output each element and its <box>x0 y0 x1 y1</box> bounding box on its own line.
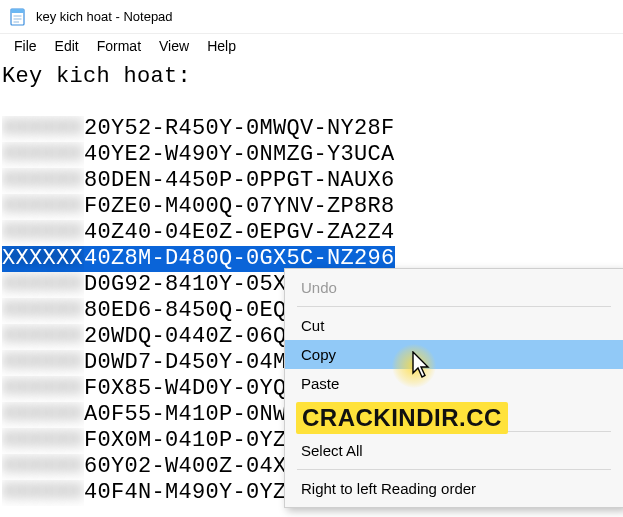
redacted-prefix: XXXXXX <box>2 428 84 454</box>
ctx-paste[interactable]: Paste <box>285 369 623 398</box>
menu-help[interactable]: Help <box>199 36 244 56</box>
menu-file[interactable]: File <box>6 36 45 56</box>
editor-line: XXXXXXF0ZE0-M400Q-07YNV-ZP8R8 <box>2 194 621 220</box>
redacted-prefix: XXXXXX <box>2 454 84 480</box>
watermark: CRACKINDIR.CC <box>296 402 508 434</box>
ctx-copy[interactable]: Copy <box>285 340 623 369</box>
key-text: F0X0M-0410P-0YZ <box>84 428 287 454</box>
editor-line: XXXXXX40Z40-04E0Z-0EPGV-ZA2Z4 <box>2 220 621 246</box>
editor-line: XXXXXX80DEN-4450P-0PPGT-NAUX6 <box>2 168 621 194</box>
key-text: 40YE2-W490Y-0NMZG-Y3UCA <box>84 142 395 168</box>
redacted-prefix: XXXXXX <box>2 402 84 428</box>
blank-line <box>2 90 621 116</box>
redacted-prefix: XXXXXX <box>2 142 84 168</box>
editor-line: XXXXXX20Y52-R450Y-0MWQV-NY28F <box>2 116 621 142</box>
ctx-rtl[interactable]: Right to left Reading order <box>285 474 623 503</box>
redacted-prefix: XXXXXX <box>2 220 84 246</box>
titlebar: key kich hoat - Notepad <box>0 0 623 34</box>
window-title: key kich hoat - Notepad <box>36 9 173 24</box>
ctx-separator <box>297 469 611 470</box>
key-text: A0F55-M410P-0NW <box>84 402 287 428</box>
notepad-icon <box>8 7 28 27</box>
key-text: D0WD7-D450Y-04M <box>84 350 287 376</box>
redacted-prefix: XXXXXX <box>2 194 84 220</box>
ctx-select-all[interactable]: Select All <box>285 436 623 465</box>
redacted-prefix: XXXXXX <box>2 116 84 142</box>
redacted-prefix: XXXXXX <box>2 246 84 272</box>
svg-rect-1 <box>11 9 24 13</box>
key-text: 40Z40-04E0Z-0EPGV-ZA2Z4 <box>84 220 395 246</box>
editor-line: XXXXXX40YE2-W490Y-0NMZG-Y3UCA <box>2 142 621 168</box>
redacted-prefix: XXXXXX <box>2 324 84 350</box>
context-menu: Undo Cut Copy Paste Delete Select All Ri… <box>284 268 623 508</box>
key-text: D0G92-8410Y-05X <box>84 272 287 298</box>
ctx-separator <box>297 306 611 307</box>
redacted-prefix: XXXXXX <box>2 376 84 402</box>
key-text: 60Y02-W400Z-04X <box>84 454 287 480</box>
key-text: 40F4N-M490Y-0YZ <box>84 480 287 506</box>
redacted-prefix: XXXXXX <box>2 480 84 506</box>
redacted-prefix: XXXXXX <box>2 272 84 298</box>
key-text: 20Y52-R450Y-0MWQV-NY28F <box>84 116 395 142</box>
menubar: File Edit Format View Help <box>0 34 623 58</box>
menu-format[interactable]: Format <box>89 36 149 56</box>
key-text: F0X85-W4D0Y-0YQ <box>84 376 287 402</box>
redacted-prefix: XXXXXX <box>2 168 84 194</box>
redacted-prefix: XXXXXX <box>2 298 84 324</box>
key-text: 80DEN-4450P-0PPGT-NAUX6 <box>84 168 395 194</box>
key-text: 80ED6-8450Q-0EQ <box>84 298 287 324</box>
key-text: 20WDQ-0440Z-06Q <box>84 324 287 350</box>
menu-edit[interactable]: Edit <box>47 36 87 56</box>
redacted-prefix: XXXXXX <box>2 350 84 376</box>
menu-view[interactable]: View <box>151 36 197 56</box>
ctx-undo[interactable]: Undo <box>285 273 623 302</box>
key-text: F0ZE0-M400Q-07YNV-ZP8R8 <box>84 194 395 220</box>
ctx-cut[interactable]: Cut <box>285 311 623 340</box>
editor-header: Key kich hoat: <box>2 64 621 90</box>
